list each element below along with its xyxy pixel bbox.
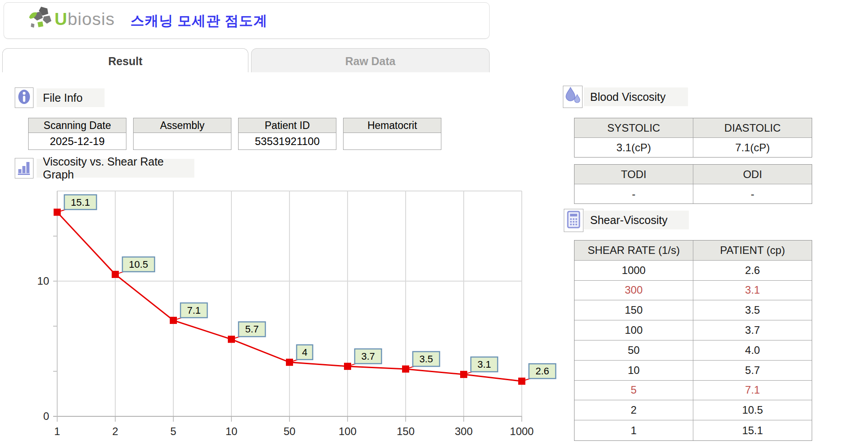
data-point-label: 3.7 bbox=[361, 351, 375, 362]
todi-odi-table: TODI ODI - - bbox=[574, 164, 812, 204]
table-row: 210.5 bbox=[574, 400, 812, 420]
data-point-label: 10.5 bbox=[129, 259, 148, 270]
data-point-marker bbox=[402, 365, 409, 373]
data-point-label: 7.1 bbox=[187, 305, 201, 316]
bar-chart-icon bbox=[17, 158, 32, 178]
shear-rate-cell: 50 bbox=[574, 340, 693, 360]
data-point-label: 4 bbox=[302, 347, 307, 358]
table-row: 504.0 bbox=[574, 340, 812, 361]
column-header: TODI bbox=[574, 165, 693, 184]
data-point-marker bbox=[170, 317, 177, 324]
data-point-label: 2.6 bbox=[536, 365, 549, 377]
data-point-marker bbox=[286, 359, 293, 366]
odi-value: - bbox=[693, 184, 812, 203]
field-value: 53531921100 bbox=[239, 133, 336, 149]
field-value bbox=[134, 133, 231, 149]
column-header: DIASTOLIC bbox=[693, 118, 812, 138]
patient-viscosity-cell: 10.5 bbox=[693, 400, 812, 420]
patient-viscosity-cell: 5.7 bbox=[693, 361, 812, 380]
table-row: 10002.6 bbox=[574, 261, 812, 281]
field-assembly: Assembly bbox=[133, 118, 231, 150]
page-title-korean: 스캐닝 모세관 점도계 bbox=[130, 12, 268, 30]
data-point-marker bbox=[228, 336, 235, 343]
data-point-label: 3.1 bbox=[478, 359, 491, 370]
shear-rate-cell: 1 bbox=[574, 420, 693, 440]
x-tick-label: 10 bbox=[226, 425, 238, 437]
shear-rate-cell: 5 bbox=[574, 381, 693, 400]
blood-viscosity-table: SYSTOLIC DIASTOLIC 3.1(cP) 7.1(cP) bbox=[574, 118, 812, 158]
table-row: 3003.1 bbox=[574, 281, 812, 301]
file-info-section-title: File Info bbox=[37, 88, 105, 107]
patient-viscosity-cell: 15.1 bbox=[693, 420, 812, 440]
blood-viscosity-section-title: Blood Viscosity bbox=[584, 87, 688, 106]
x-tick-label: 50 bbox=[284, 425, 296, 437]
table-row: 57.1 bbox=[574, 381, 812, 401]
info-icon bbox=[17, 88, 31, 107]
droplets-icon bbox=[565, 87, 581, 107]
column-header-shear-rate: SHEAR RATE (1/s) bbox=[574, 241, 693, 260]
patient-viscosity-cell: 2.6 bbox=[693, 261, 812, 280]
calculator-icon bbox=[566, 210, 581, 231]
y-tick-label: 10 bbox=[37, 275, 49, 287]
column-header: ODI bbox=[693, 165, 812, 184]
x-tick-label: 100 bbox=[339, 425, 356, 437]
data-point-label: 15.1 bbox=[71, 197, 90, 208]
patient-viscosity-cell: 3.7 bbox=[693, 320, 812, 340]
brand-wordmark: Ubiosis bbox=[55, 9, 115, 29]
x-tick-label: 1 bbox=[54, 425, 60, 437]
shear-viscosity-section-title: Shear-Viscosity bbox=[584, 211, 689, 229]
tab-raw-data[interactable]: Raw Data bbox=[251, 48, 490, 72]
file-info-icon-box bbox=[15, 87, 34, 108]
todi-value: - bbox=[574, 184, 693, 203]
shear-rate-cell: 2 bbox=[574, 400, 693, 420]
patient-viscosity-cell: 3.5 bbox=[693, 300, 812, 320]
table-row: 1503.5 bbox=[574, 300, 812, 320]
patient-viscosity-cell: 4.0 bbox=[693, 340, 812, 360]
field-value: 2025-12-19 bbox=[29, 133, 126, 149]
patient-viscosity-cell: 3.1 bbox=[693, 281, 812, 300]
data-point-marker bbox=[112, 271, 119, 278]
brand-logo: Ubiosis bbox=[28, 6, 115, 32]
x-tick-label: 150 bbox=[397, 425, 415, 437]
table-row: 1003.7 bbox=[574, 320, 812, 340]
field-patient-id: Patient ID 53531921100 bbox=[238, 118, 336, 150]
shear-rate-cell: 10 bbox=[574, 361, 693, 380]
diastolic-value: 7.1(cP) bbox=[693, 138, 812, 157]
shear-rate-cell: 1000 bbox=[574, 261, 693, 280]
field-label: Patient ID bbox=[239, 118, 336, 133]
graph-icon-box bbox=[15, 158, 34, 178]
shear-viscosity-table: SHEAR RATE (1/s) PATIENT (cp) 10002.6300… bbox=[574, 240, 812, 441]
table-row: 105.7 bbox=[574, 361, 812, 381]
field-label: Hematocrit bbox=[344, 118, 441, 133]
field-hematocrit: Hematocrit bbox=[343, 118, 441, 150]
x-tick-label: 2 bbox=[112, 425, 118, 437]
tab-result[interactable]: Result bbox=[2, 48, 248, 72]
y-tick-label: 0 bbox=[43, 410, 49, 422]
data-point-label: 3.5 bbox=[419, 353, 433, 365]
data-point-marker bbox=[460, 371, 467, 378]
column-header: SYSTOLIC bbox=[574, 118, 693, 138]
x-tick-label: 300 bbox=[455, 425, 473, 437]
systolic-value: 3.1(cP) bbox=[574, 138, 693, 157]
graph-section-title: Viscosity vs. Shear Rate Graph bbox=[37, 159, 194, 178]
x-tick-label: 1000 bbox=[510, 425, 533, 437]
x-tick-label: 5 bbox=[170, 425, 176, 437]
table-header-row: SHEAR RATE (1/s) PATIENT (cp) bbox=[574, 241, 812, 261]
field-label: Assembly bbox=[134, 118, 231, 133]
field-value bbox=[344, 133, 441, 149]
table-row: 115.1 bbox=[574, 420, 812, 440]
data-point-label: 5.7 bbox=[245, 324, 259, 335]
data-point-marker bbox=[344, 363, 351, 370]
shear-rate-cell: 100 bbox=[574, 320, 693, 340]
patient-viscosity-cell: 7.1 bbox=[693, 381, 812, 400]
column-header-patient: PATIENT (cp) bbox=[693, 241, 812, 260]
data-point-marker bbox=[518, 378, 525, 385]
blood-viscosity-icon-box bbox=[563, 86, 583, 108]
shear-rate-cell: 300 bbox=[574, 281, 693, 300]
field-label: Scanning Date bbox=[29, 118, 126, 133]
field-scanning-date: Scanning Date 2025-12-19 bbox=[28, 118, 126, 150]
data-point-marker bbox=[54, 209, 61, 216]
shear-rate-cell: 150 bbox=[574, 300, 693, 320]
shear-viscosity-icon-box bbox=[564, 209, 583, 232]
viscosity-shear-rate-chart: 1251050100150300100001015.110.57.15.743.… bbox=[27, 187, 563, 444]
